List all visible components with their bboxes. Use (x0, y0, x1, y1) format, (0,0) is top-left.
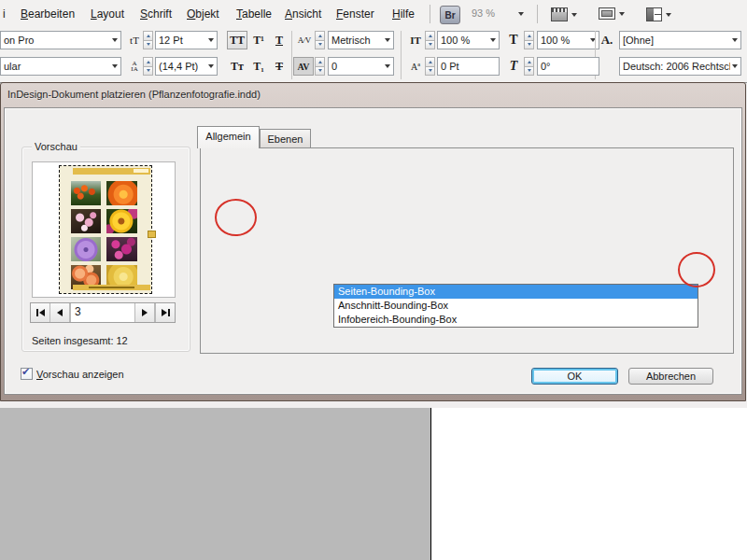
cancel-button[interactable]: Abbrechen (628, 368, 713, 385)
first-page-button[interactable] (31, 303, 50, 322)
zoom-dropdown-arrow-icon[interactable] (518, 12, 524, 16)
indesign-application-window: i Bearbeiten Layout Schrift Objekt Tabel… (0, 0, 747, 560)
arrange-documents-button[interactable] (646, 7, 671, 21)
skew-icon: T (504, 57, 523, 76)
tracking-combo[interactable]: 0 (328, 57, 394, 76)
horizontal-scale-stepper[interactable] (524, 31, 534, 49)
vertical-scale-combo[interactable]: 100 % (437, 31, 500, 49)
ok-button[interactable]: OK (531, 368, 618, 385)
bridge-button[interactable]: Br (440, 6, 460, 24)
page-edge-handle (148, 231, 156, 238)
chevron-down-icon (732, 64, 738, 68)
document-page-area (431, 408, 747, 560)
next-page-icon (142, 309, 148, 316)
strikethrough-button[interactable]: T (270, 57, 289, 76)
screen-mode-button[interactable] (599, 7, 625, 20)
menu-item-hilfe[interactable]: Hilfe (392, 7, 415, 21)
character-style-combo[interactable]: [Ohne] (619, 31, 741, 49)
page-header-band (73, 168, 150, 175)
preview-checkbox-label[interactable]: Vorschau anzeigen (36, 369, 124, 380)
page-navigation: 3 (30, 302, 176, 323)
arrange-documents-icon (646, 7, 662, 21)
character-style-icon: A. (599, 31, 615, 49)
menu-item-layout[interactable]: Layout (91, 7, 124, 21)
leading-icon-bottom: IA (131, 66, 137, 72)
character-control-panel: on Pro tT 12 Pt TT T¹ T A∕V Metrisch IT … (0, 28, 747, 83)
view-options-icon (551, 7, 568, 21)
place-indesign-document-dialog: InDesign-Dokument platzieren (Pflanzenfo… (0, 82, 746, 401)
preview-area (32, 161, 176, 298)
screen-mode-icon (599, 7, 615, 20)
dropdown-option-anschnitt[interactable]: Anschnitt-Bounding-Box (334, 299, 698, 313)
subscript-button[interactable]: T₁ (249, 57, 268, 76)
photo-orange-dahlia (106, 181, 137, 205)
photo-grid (71, 181, 137, 289)
panel-separator (291, 31, 292, 79)
page-number-field[interactable]: 3 (70, 303, 135, 322)
font-family-combo[interactable]: on Pro (0, 31, 121, 49)
chevron-down-icon (385, 64, 390, 68)
last-page-icon (162, 309, 167, 316)
small-caps-button[interactable]: Tᴛ (227, 57, 247, 76)
menu-item-fenster[interactable]: Fenster (336, 7, 374, 21)
chevron-down-icon (619, 12, 625, 16)
vertical-scale-stepper[interactable] (425, 31, 435, 49)
photo-red-torch-flowers (71, 181, 101, 205)
menu-item-clipped[interactable]: i (3, 7, 6, 21)
menu-bar: i Bearbeiten Layout Schrift Objekt Tabel… (0, 0, 747, 29)
dropdown-option-seiten[interactable]: Seiten-Bounding-Box (334, 285, 698, 299)
photo-pink-blossoms (71, 209, 101, 233)
font-style-combo[interactable]: ular (0, 57, 121, 76)
font-family-value: on Pro (4, 35, 110, 46)
baseline-shift-stepper[interactable] (425, 57, 435, 76)
tab-ebenen[interactable]: Ebenen (260, 129, 311, 148)
pasteboard-area (0, 408, 430, 560)
kerning-icon: A∕V (296, 31, 313, 49)
photo-yellow-gerbera (106, 209, 137, 233)
page-footer-band (73, 285, 150, 290)
chevron-down-icon (571, 13, 577, 17)
underline-button[interactable]: T (270, 31, 289, 49)
last-page-button[interactable] (155, 303, 175, 322)
dropdown-option-infobereich[interactable]: Infobereich-Bounding-Box (334, 313, 698, 327)
preview-checkbox[interactable] (21, 368, 33, 380)
skew-stepper[interactable] (524, 57, 534, 76)
chevron-down-icon (385, 38, 390, 42)
menu-item-schrift[interactable]: Schrift (140, 7, 172, 21)
panel-separator (401, 31, 402, 79)
next-page-button[interactable] (135, 303, 155, 322)
document-window-strip (0, 401, 747, 408)
first-page-icon (39, 309, 45, 316)
menu-item-ansicht[interactable]: Ansicht (285, 7, 321, 21)
view-options-button[interactable] (551, 7, 577, 21)
previous-page-button[interactable] (50, 303, 70, 322)
crop-dropdown-list: Seiten-Bounding-Box Anschnitt-Bounding-B… (333, 284, 698, 328)
previous-page-icon (57, 309, 63, 316)
skew-field[interactable]: 0° (537, 57, 599, 76)
superscript-button[interactable]: T¹ (249, 31, 268, 49)
all-caps-button[interactable]: TT (227, 31, 247, 49)
chevron-down-icon (112, 64, 118, 68)
tracking-icon: AV (293, 57, 314, 76)
horizontal-scale-combo[interactable]: 100 % (537, 31, 599, 49)
tracking-stepper[interactable] (315, 57, 325, 76)
baseline-shift-field[interactable]: 0 Pt (437, 57, 500, 76)
skew-value: 0° (541, 61, 551, 72)
leading-combo[interactable]: (14,4 Pt) (155, 57, 218, 76)
photo-purple-cosmos (71, 237, 101, 261)
font-size-stepper[interactable] (143, 31, 153, 49)
page-thumbnail (59, 165, 152, 294)
chevron-down-icon (208, 64, 214, 68)
language-combo[interactable]: Deutsch: 2006 Rechtschreibu (619, 57, 741, 76)
menu-item-tabelle[interactable]: Tabelle (236, 7, 272, 21)
tab-allgemein[interactable]: Allgemein (197, 126, 260, 148)
font-style-value: ular (4, 61, 110, 72)
leading-stepper[interactable] (143, 57, 153, 76)
total-pages-label: Seiten insgesamt: 12 (32, 335, 128, 346)
menu-item-objekt[interactable]: Objekt (187, 7, 219, 21)
menu-item-bearbeiten[interactable]: Bearbeiten (21, 7, 75, 21)
language-value: Deutsch: 2006 Rechtschreibu (623, 61, 730, 72)
kerning-stepper[interactable] (315, 31, 325, 49)
font-size-combo[interactable]: 12 Pt (155, 31, 218, 49)
kerning-combo[interactable]: Metrisch (328, 31, 394, 49)
